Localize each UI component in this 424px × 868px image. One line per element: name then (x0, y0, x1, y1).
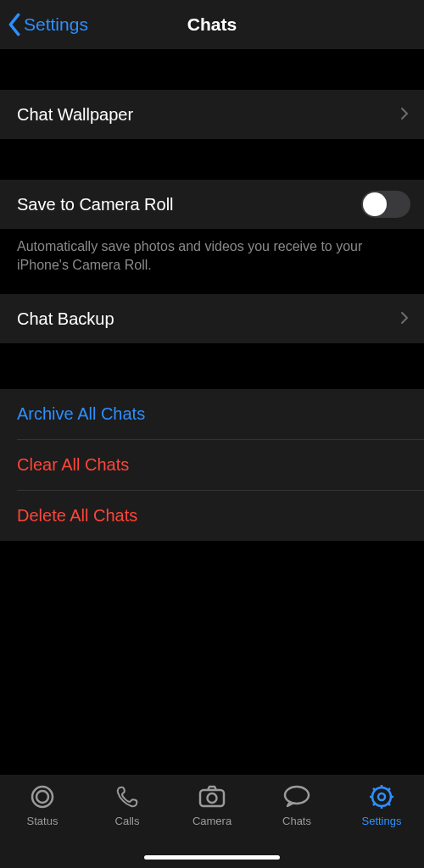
chat-wallpaper-row[interactable]: Chat Wallpaper (0, 90, 424, 139)
tab-settings-label: Settings (362, 815, 402, 827)
section-gap (0, 286, 424, 294)
save-camera-roll-toggle[interactable] (361, 191, 410, 218)
section-gap (0, 139, 424, 180)
navbar: Settings Chats (0, 0, 424, 49)
archive-all-label: Archive All Chats (17, 404, 145, 424)
back-label: Settings (24, 14, 88, 35)
clear-all-button[interactable]: Clear All Chats (0, 440, 424, 490)
home-indicator (144, 855, 280, 860)
camera-icon (198, 783, 226, 810)
phone-icon (114, 783, 141, 810)
svg-point-4 (285, 787, 309, 804)
footnote-wrap: Automatically save photos and videos you… (0, 229, 424, 286)
svg-point-1 (36, 791, 48, 803)
save-camera-roll-row: Save to Camera Roll (0, 180, 424, 229)
tabbar: Status Calls Camera Chats Settings (0, 775, 424, 868)
tab-settings[interactable]: Settings (339, 783, 424, 868)
tab-status-label: Status (27, 815, 59, 827)
chat-backup-row[interactable]: Chat Backup (0, 294, 424, 343)
chats-icon (282, 783, 312, 810)
tab-status[interactable]: Status (0, 783, 85, 868)
actions-group: Archive All Chats Clear All Chats Delete… (0, 389, 424, 541)
chat-backup-label: Chat Backup (17, 309, 114, 329)
svg-point-6 (378, 793, 385, 800)
chevron-right-icon (400, 105, 409, 125)
tab-camera-label: Camera (192, 815, 232, 827)
svg-point-3 (208, 793, 217, 803)
back-button[interactable]: Settings (7, 13, 88, 36)
page-title: Chats (187, 14, 237, 35)
status-icon (29, 783, 56, 810)
delete-all-label: Delete All Chats (17, 506, 137, 526)
tab-calls-label: Calls (115, 815, 140, 827)
tab-chats-label: Chats (282, 815, 311, 827)
chevron-right-icon (400, 309, 409, 329)
archive-all-button[interactable]: Archive All Chats (0, 389, 424, 439)
toggle-knob (363, 192, 387, 216)
svg-point-0 (32, 787, 53, 807)
save-camera-roll-label: Save to Camera Roll (17, 195, 174, 214)
save-camera-roll-footnote: Automatically save photos and videos you… (0, 229, 424, 286)
chat-wallpaper-label: Chat Wallpaper (17, 105, 133, 125)
section-gap (0, 343, 424, 389)
delete-all-button[interactable]: Delete All Chats (0, 491, 424, 541)
section-gap (0, 49, 424, 90)
gear-icon (368, 783, 395, 810)
chevron-left-icon (7, 13, 22, 36)
clear-all-label: Clear All Chats (17, 455, 129, 475)
